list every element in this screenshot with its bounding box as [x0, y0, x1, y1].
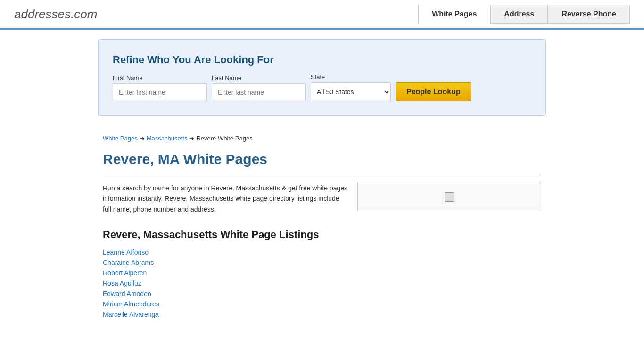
breadcrumb-arrow-2: ➜ — [189, 135, 194, 142]
state-select[interactable]: All 50 States Alabama Alaska Arizona Ark… — [311, 82, 391, 101]
main-content: White Pages ➜ Massachusetts ➜ Revere Whi… — [98, 125, 546, 330]
breadcrumb: White Pages ➜ Massachusetts ➜ Revere Whi… — [103, 135, 541, 142]
ad-image — [445, 192, 454, 202]
breadcrumb-arrow-1: ➜ — [140, 135, 145, 142]
last-name-group: Last Name — [212, 74, 306, 101]
nav-reverse-phone[interactable]: Reverse Phone — [548, 5, 630, 24]
description-area: Run a search by name for anyone in Rever… — [103, 183, 541, 214]
listing-link[interactable]: Charaine Abrams — [103, 259, 154, 266]
description-text: Run a search by name for anyone in Rever… — [103, 183, 348, 214]
listings-list: Leanne AffonsoCharaine AbramsRobert Alpe… — [103, 248, 541, 318]
list-item: Rosa Aguiluz — [103, 280, 541, 287]
breadcrumb-white-pages[interactable]: White Pages — [103, 135, 138, 142]
list-item: Leanne Affonso — [103, 248, 541, 256]
first-name-input[interactable] — [113, 83, 207, 101]
search-container: Refine Who You Are Looking For First Nam… — [98, 39, 546, 116]
list-item: Charaine Abrams — [103, 259, 541, 266]
listing-link[interactable]: Rosa Aguiluz — [103, 280, 141, 287]
page-title: Revere, MA White Pages — [103, 151, 541, 167]
listing-link[interactable]: Robert Alperen — [103, 269, 147, 277]
list-item: Robert Alperen — [103, 269, 541, 277]
last-name-input[interactable] — [212, 83, 306, 101]
list-item: Marcelle Alvarenga — [103, 311, 541, 318]
title-divider — [103, 175, 541, 175]
state-label: State — [311, 74, 391, 81]
last-name-label: Last Name — [212, 74, 306, 82]
nav-address[interactable]: Address — [490, 5, 548, 24]
listing-link[interactable]: Leanne Affonso — [103, 248, 149, 256]
main-nav: White Pages Address Reverse Phone — [418, 5, 630, 24]
state-group: State All 50 States Alabama Alaska Arizo… — [311, 74, 391, 101]
list-item: Miriam Almendares — [103, 300, 541, 308]
ad-banner — [357, 183, 541, 211]
people-lookup-button[interactable]: People Lookup — [396, 82, 471, 101]
nav-white-pages[interactable]: White Pages — [418, 5, 490, 24]
search-title: Refine Who You Are Looking For — [113, 54, 531, 66]
first-name-label: First Name — [113, 74, 207, 82]
listing-link[interactable]: Edward Amodeo — [103, 290, 151, 297]
header: addresses.com White Pages Address Revers… — [0, 0, 644, 30]
first-name-group: First Name — [113, 74, 207, 101]
listing-link[interactable]: Marcelle Alvarenga — [103, 311, 159, 318]
site-logo: addresses.com — [14, 7, 97, 22]
list-item: Edward Amodeo — [103, 290, 541, 297]
listing-link[interactable]: Miriam Almendares — [103, 300, 159, 308]
search-fields: First Name Last Name State All 50 States… — [113, 74, 531, 101]
listings-title: Revere, Massachusetts White Page Listing… — [103, 229, 541, 241]
breadcrumb-current: Revere White Pages — [196, 135, 252, 142]
breadcrumb-massachusetts[interactable]: Massachusetts — [147, 135, 188, 142]
